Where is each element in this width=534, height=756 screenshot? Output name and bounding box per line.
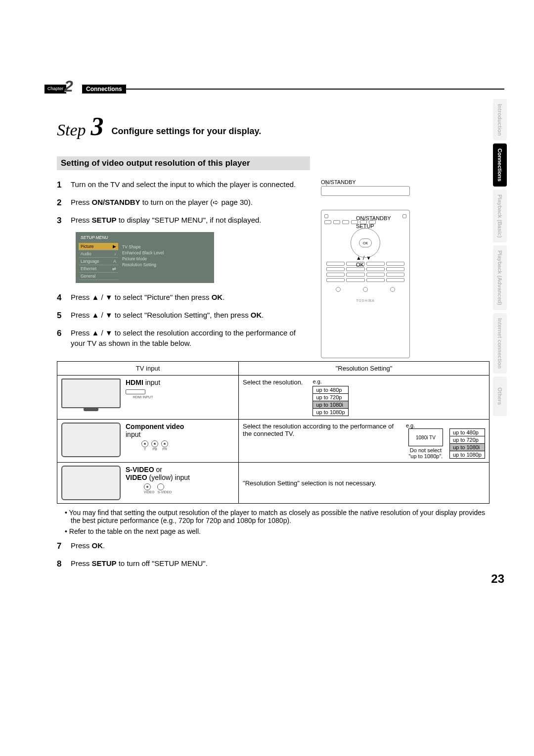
note-2: Refer to the table on the next page as w… [65,527,490,535]
step-7: 7 Press OK. [57,540,490,552]
step-4: 4 Press ▲ / ▼ to select "Picture" then p… [57,292,309,304]
remote-ok-button: OK [359,238,372,247]
remote-btn [346,267,364,271]
remote-btn [346,273,364,277]
step-text-1: Turn on the TV and select the input to w… [71,179,296,191]
step-num-6: 6 [57,328,65,348]
remote-btn [402,214,406,218]
side-tab-connections: Connections [493,143,507,187]
section-title: Setting of video output resolution of th… [57,156,310,170]
cursor-icon: ▶ [113,244,116,249]
remote-circle-btn [390,287,395,292]
tv-svideo-label: S-VIDEO or VIDEO (yellow) input VIDEO S-… [126,466,190,494]
step-text-8: Press SETUP to turn off "SETUP MENU". [71,558,208,570]
net-icon: ⇄ [112,266,116,271]
step-2: 2 Press ON/STANDBY to turn on the player… [57,197,309,209]
remote-btn [326,267,345,271]
pr-port-icon [161,440,168,447]
row1-res-options: up to 480p up to 720p up to 1080i up to … [312,386,348,416]
table-head-tvinput: TV input [57,362,239,376]
side-tab-introduction: Introduction [493,99,507,141]
tv-hdmi-label: HDMI input HDMI INPUT [126,378,160,399]
chapter-rule [126,89,504,90]
setup-menu-title: SETUP MENU [79,235,211,240]
remote-btn [366,262,385,266]
step-num-3: 3 [57,215,65,227]
table-row-svideo: S-VIDEO or VIDEO (yellow) input VIDEO S-… [57,463,490,504]
remote-btn [386,278,404,282]
remote-btn [326,278,345,282]
side-tabs: Introduction Connections Playback (Basic… [493,99,507,416]
remote-dpad: OK [351,228,380,258]
remote-btn [326,273,345,277]
step-text-6: Press ▲ / ▼ to select the resolution acc… [71,328,309,348]
remote-btn [324,220,331,224]
step-8: 8 Press SETUP to turn off "SETUP MENU". [57,558,490,570]
lang-icon: A [113,259,116,264]
step-number: 3 [91,114,104,140]
step-num-7: 7 [57,540,65,552]
svideo-port-icon [157,483,164,490]
row2-eg: e.g. [406,423,483,428]
remote-btn [366,278,385,282]
side-tab-internet: Internet connection [493,313,507,374]
remote-control: ON/STANDBY SETUP ▲ / ▼ OK OK [321,210,410,358]
row2-right-text: Select the resolution according to the p… [243,423,402,437]
step-title: Configure settings for your display. [112,126,262,137]
tv-component-label: Component video input Y PB PR [126,423,184,451]
step-6: 6 Press ▲ / ▼ to select the resolution a… [57,328,309,348]
chapter-number: 2 [64,77,73,95]
row1-eg: e.g. [312,378,321,384]
remote-btn [386,262,404,266]
callout-ok: OK [356,262,364,268]
chapter-label: Chapter [47,86,63,91]
table-row-hdmi: HDMI input HDMI INPUT Select the resolut… [57,376,490,420]
setup-menu-right-1: Enhanced Black Level [121,250,211,256]
remote-logo: TOSHIBA [324,299,406,302]
steps-column: 1 Turn on the TV and select the input to… [57,179,309,358]
remote-btn [342,220,349,224]
row2-res-options: up to 480p up to 720p up to 1080i up to … [449,428,485,459]
side-tab-playback-advanced: Playback (Advanced) [493,245,507,310]
remote-btn [333,220,340,224]
tv-component-illustration [61,423,121,457]
player-onstandby-label: ON/STANDBY [321,179,410,185]
remote-btn [386,267,404,271]
setup-menu-illustration: SETUP MENU Picture▶ Audio♪ LanguageA Eth… [76,232,214,283]
remote-circle-btn [363,287,368,292]
hdmi-port-icon [126,389,145,394]
remote-btn [366,267,385,271]
setup-menu-item-ethernet: Ethernet⇄ [79,265,118,273]
step-1: 1 Turn on the TV and select the input to… [57,179,309,191]
mini-tv: 1080i TV Do not select "up to 1080p". [406,428,445,459]
y-port-icon [141,440,148,447]
side-tab-playback-basic: Playback (Basic) [493,189,507,242]
tv-hdmi-illustration [61,378,121,413]
chapter-badge: Chapter 2 [44,85,66,94]
resolution-table: TV input "Resolution Setting" HDMI input [57,361,490,504]
table-row-component: Component video input Y PB PR Select the… [57,420,490,463]
player-front-panel [321,186,410,196]
remote-btn [366,273,385,277]
step-num-8: 8 [57,558,65,570]
audio-icon: ♪ [114,251,116,256]
setup-menu-right-3: Resolution Setting [121,262,211,268]
step-num-1: 1 [57,179,65,191]
step-text-3: Press SETUP to display "SETUP MENU", if … [71,215,262,227]
notes-list: You may find that setting the output res… [65,509,490,535]
step-num-2: 2 [57,197,65,209]
side-tab-others: Others [493,377,507,416]
setup-menu-item-audio: Audio♪ [79,250,118,258]
video-port-icon [144,483,151,490]
step-5: 5 Press ▲ / ▼ to select "Resolution Sett… [57,310,309,322]
page-number: 23 [491,572,504,586]
step-num-5: 5 [57,310,65,322]
setup-menu-right-0: TV Shape [121,244,211,250]
tv-svideo-illustration [61,466,121,500]
remote-btn [324,214,328,218]
chapter-title: Connections [82,85,126,94]
setup-menu-item-picture: Picture▶ [79,243,118,250]
setup-menu-right-2: Picture Mode [121,256,211,262]
step-3: 3 Press SETUP to display "SETUP MENU", i… [57,215,309,227]
row3-right-text: "Resolution Setting" selection is not ne… [243,479,376,487]
